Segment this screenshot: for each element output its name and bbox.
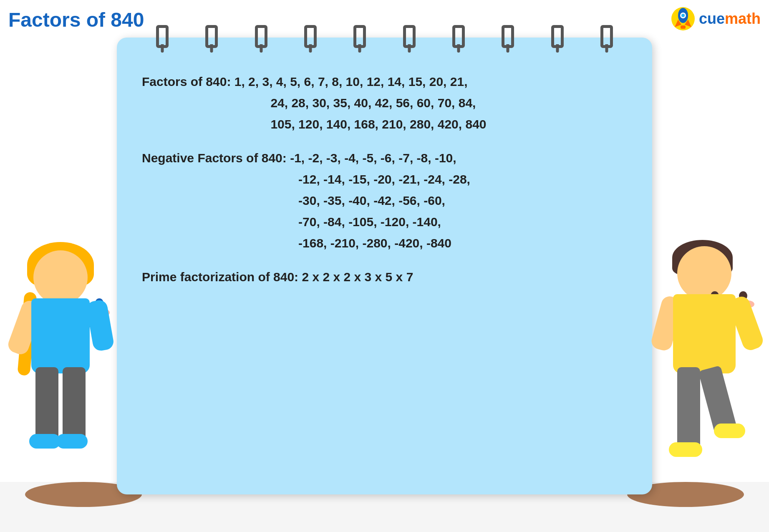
ring-8 <box>502 25 514 48</box>
rocket-icon <box>671 6 696 31</box>
girl-container <box>8 217 117 509</box>
girl-head <box>33 250 88 305</box>
ring-2 <box>205 25 218 48</box>
boy-head <box>677 246 731 300</box>
svg-rect-6 <box>681 25 686 29</box>
ring-4 <box>304 25 317 48</box>
negative-factors-values: -1, -2, -3, -4, -5, -6, -7, -8, -10, -12… <box>142 151 470 250</box>
boy-leg-left <box>677 367 700 451</box>
factors-section: Factors of 840: 1, 2, 3, 4, 5, 6, 7, 8, … <box>142 71 627 135</box>
ring-5 <box>353 25 366 48</box>
prime-values: 2 x 2 x 2 x 3 x 5 x 7 <box>302 270 413 284</box>
girl-shoe-right <box>56 434 88 449</box>
ring-3 <box>255 25 267 48</box>
boy-body <box>673 294 736 373</box>
prime-label: Prime factorization of 840: <box>142 270 298 284</box>
factors-label: Factors of 840: <box>142 75 231 88</box>
ring-6 <box>403 25 416 48</box>
girl-figure <box>8 217 117 509</box>
boy-container <box>652 217 761 509</box>
ring-1 <box>156 25 169 48</box>
boy-shoe-right <box>714 424 745 438</box>
notebook-content: Factors of 840: 1, 2, 3, 4, 5, 6, 7, 8, … <box>142 71 627 287</box>
girl-arm-right <box>86 299 115 352</box>
negative-factors-label: Negative Factors of 840: <box>142 151 287 165</box>
girl-leg-left <box>35 367 58 442</box>
boy-shoe-left <box>669 442 702 457</box>
girl-shoe-left <box>29 434 61 449</box>
boy-figure <box>652 217 761 509</box>
svg-point-5 <box>681 14 685 17</box>
ring-10 <box>600 25 613 48</box>
notebook: Factors of 840: 1, 2, 3, 4, 5, 6, 7, 8, … <box>117 38 652 494</box>
rings-container <box>138 25 631 48</box>
girl-leg-right <box>63 367 86 442</box>
ring-7 <box>452 25 465 48</box>
page-title: Factors of 840 <box>8 8 144 31</box>
negative-factors-section: Negative Factors of 840: -1, -2, -3, -4,… <box>142 147 627 254</box>
prime-factorization-section: Prime factorization of 840: 2 x 2 x 2 x … <box>142 266 627 287</box>
logo-area: cuemath <box>671 6 761 31</box>
girl-body <box>31 298 90 373</box>
logo-text: cuemath <box>699 10 761 28</box>
ring-9 <box>551 25 564 48</box>
